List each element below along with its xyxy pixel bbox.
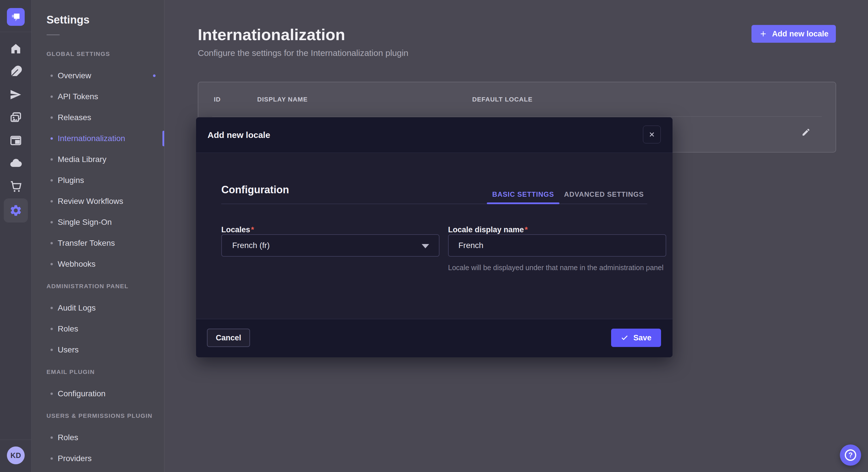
- home-icon[interactable]: [4, 37, 28, 60]
- bullet-icon: [51, 74, 53, 77]
- sidebar-title-divider: [46, 34, 60, 35]
- question-icon: ?: [845, 449, 856, 461]
- section-global-settings: GLOBAL SETTINGS: [32, 47, 164, 61]
- bullet-icon: [51, 96, 53, 98]
- sidebar-item-transfer-tokens[interactable]: Transfer Tokens: [32, 233, 164, 254]
- active-tab-indicator: [487, 202, 559, 204]
- check-icon: [621, 334, 629, 342]
- locales-label: Locales*: [221, 225, 254, 234]
- sidebar-title: Settings: [46, 14, 90, 26]
- close-button[interactable]: [643, 126, 661, 143]
- display-name-input[interactable]: [448, 234, 666, 257]
- icon-rail: KD: [0, 0, 32, 472]
- modal-body: Configuration BASIC SETTINGS ADVANCED SE…: [196, 153, 673, 319]
- user-avatar[interactable]: KD: [7, 446, 25, 464]
- settings-icon[interactable]: [4, 198, 28, 223]
- sidebar-item-releases[interactable]: Releases: [32, 107, 164, 128]
- notification-dot: [153, 74, 156, 77]
- sidebar-item-audit-logs[interactable]: Audit Logs: [32, 297, 164, 318]
- column-header-default-locale: DEFAULT LOCALE: [472, 82, 532, 117]
- tab-advanced-settings[interactable]: ADVANCED SETTINGS: [559, 185, 648, 204]
- cancel-button[interactable]: Cancel: [207, 329, 250, 347]
- marketplace-icon[interactable]: [4, 175, 28, 198]
- page-title: Internationalization: [198, 25, 345, 44]
- content-manager-icon[interactable]: [4, 129, 28, 152]
- bullet-icon: [51, 307, 53, 309]
- sidebar-item-admin-roles[interactable]: Roles: [32, 318, 164, 339]
- section-users-permissions-plugin: USERS & PERMISSIONS PLUGIN: [32, 409, 164, 423]
- tab-basic-settings[interactable]: BASIC SETTINGS: [487, 185, 559, 204]
- bullet-icon: [51, 458, 53, 460]
- chevron-down-icon: [422, 244, 429, 248]
- sidebar-item-email-configuration[interactable]: Configuration: [32, 383, 164, 404]
- bullet-icon: [51, 393, 53, 395]
- bullet-icon: [51, 349, 53, 351]
- sidebar-item-single-sign-on[interactable]: Single Sign-On: [32, 212, 164, 233]
- tabs-divider: [221, 204, 647, 204]
- bullet-icon: [51, 242, 53, 244]
- bullet-icon: [51, 263, 53, 265]
- bullet-icon: [51, 328, 53, 330]
- strapi-logo-icon: [7, 8, 25, 26]
- modal-header: Add new locale: [196, 117, 673, 153]
- configuration-heading: Configuration: [221, 184, 289, 196]
- sidebar-item-internationalization[interactable]: Internationalization: [32, 128, 164, 149]
- sidebar-item-admin-users[interactable]: Users: [32, 339, 164, 360]
- cloud-icon[interactable]: [4, 152, 28, 175]
- sidebar-item-review-workflows[interactable]: Review Workflows: [32, 191, 164, 212]
- settings-sidebar: Settings GLOBAL SETTINGS Overview API To…: [32, 0, 164, 472]
- sidebar-item-plugins[interactable]: Plugins: [32, 170, 164, 191]
- sidebar-item-up-providers[interactable]: Providers: [32, 448, 164, 469]
- sidebar-item-webhooks[interactable]: Webhooks: [32, 254, 164, 274]
- add-new-locale-button[interactable]: Add new locale: [751, 25, 836, 43]
- close-icon: [648, 131, 656, 138]
- media-library-icon[interactable]: [4, 106, 28, 129]
- locales-select[interactable]: French (fr): [221, 234, 439, 257]
- pencil-icon: [801, 128, 811, 137]
- bullet-icon: [51, 436, 53, 439]
- rail-divider-bottom: [0, 440, 32, 440]
- sidebar-item-overview[interactable]: Overview: [32, 65, 164, 86]
- content-type-builder-icon[interactable]: [4, 60, 28, 83]
- bullet-icon: [51, 137, 53, 140]
- section-email-plugin: EMAIL PLUGIN: [32, 365, 164, 378]
- bullet-icon: [51, 221, 53, 224]
- bullet-icon: [51, 179, 53, 181]
- table-header-divider: [212, 116, 822, 117]
- column-header-id: ID: [214, 82, 221, 117]
- required-asterisk: *: [524, 225, 528, 234]
- modal-title: Add new locale: [208, 117, 270, 153]
- modal-footer: Cancel Save: [196, 319, 673, 357]
- locales-table-header: ID DISPLAY NAME DEFAULT LOCALE: [198, 82, 836, 117]
- plus-icon: [759, 30, 768, 38]
- add-locale-modal: Add new locale Configuration BASIC SETTI…: [196, 117, 673, 357]
- bullet-icon: [51, 116, 53, 119]
- required-asterisk: *: [250, 225, 254, 234]
- display-name-hint: Locale will be displayed under that name…: [448, 263, 669, 272]
- bullet-icon: [51, 158, 53, 161]
- column-header-display-name: DISPLAY NAME: [257, 82, 308, 117]
- save-button[interactable]: Save: [611, 329, 661, 347]
- help-button[interactable]: ?: [840, 444, 861, 466]
- bullet-icon: [51, 200, 53, 202]
- display-name-label: Locale display name*: [448, 225, 528, 234]
- sidebar-item-up-roles[interactable]: Roles: [32, 427, 164, 448]
- sidebar-item-api-tokens[interactable]: API Tokens: [32, 86, 164, 107]
- sidebar-item-media-library[interactable]: Media Library: [32, 149, 164, 170]
- locales-select-value: French (fr): [232, 241, 270, 250]
- deploy-icon[interactable]: [4, 83, 28, 106]
- page-subtitle: Configure the settings for the Internati…: [198, 48, 408, 58]
- strapi-logo[interactable]: [7, 8, 25, 26]
- sidebar-nav: GLOBAL SETTINGS Overview API Tokens Rele…: [32, 47, 164, 469]
- section-administration-panel: ADMINISTRATION PANEL: [32, 279, 164, 293]
- edit-locale-button[interactable]: [800, 126, 812, 138]
